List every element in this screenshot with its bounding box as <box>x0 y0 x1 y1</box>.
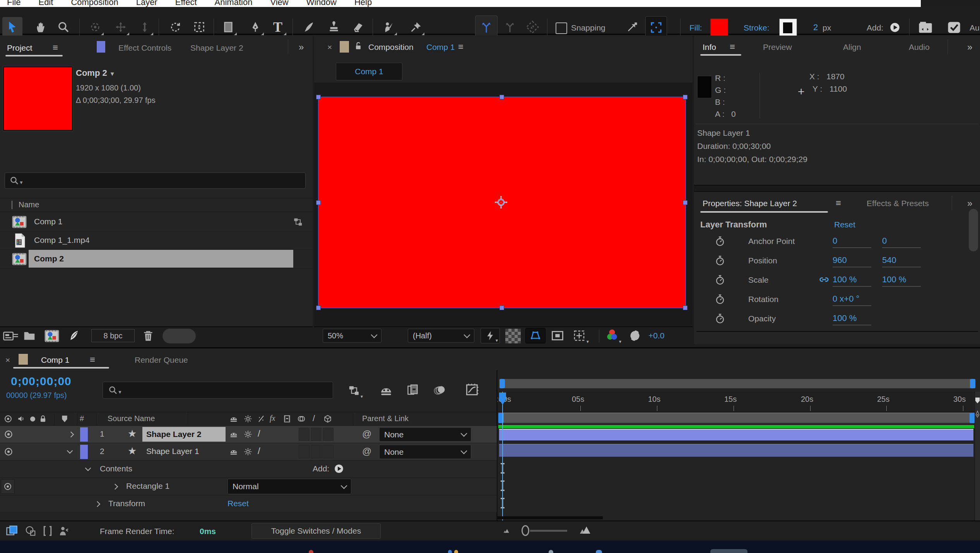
rectangle-group-row[interactable]: Rectangle 1 Normal <box>0 478 497 495</box>
collapse-contents-icon[interactable] <box>85 465 91 471</box>
unlock-icon[interactable] <box>354 41 363 51</box>
layer-name-selected[interactable]: Shape Layer 2 <box>142 427 226 442</box>
menu-view[interactable]: View <box>270 0 288 7</box>
effects-toggle-icon[interactable] <box>244 430 252 439</box>
layer-row-shape-layer-2[interactable]: 1 ★ Shape Layer 2 / @ None <box>0 426 497 443</box>
property-value-x[interactable]: 0 <box>833 236 871 248</box>
property-value-x[interactable]: 960 <box>833 255 871 267</box>
property-value-x[interactable]: 100 % <box>833 275 871 287</box>
switch-cell[interactable] <box>323 445 334 458</box>
eye-toggle-icon[interactable] <box>4 447 13 456</box>
tab-render-queue[interactable]: Render Queue <box>135 355 188 365</box>
name-column-header[interactable]: Name <box>19 200 39 209</box>
zoom-out-mountain-icon[interactable] <box>503 528 510 533</box>
expand-layer-icon[interactable] <box>68 432 74 438</box>
fill-label[interactable]: Fill: <box>689 23 702 32</box>
parent-dropdown[interactable]: None <box>379 445 471 459</box>
trash-icon[interactable] <box>142 329 154 342</box>
pan-camera-tool-button[interactable] <box>111 17 131 37</box>
view-options-button[interactable]: ▼ <box>573 329 586 342</box>
selection-handle[interactable] <box>316 95 321 99</box>
property-value[interactable]: 100 % <box>833 313 871 325</box>
rectangle-tool-button[interactable] <box>218 17 238 37</box>
switch-cell[interactable] <box>323 428 334 441</box>
region-of-interest-tool-button[interactable] <box>189 17 209 37</box>
layer-name[interactable]: Shape Layer 1 <box>146 447 199 456</box>
effects-toggle-icon[interactable] <box>244 447 252 456</box>
expand-transform-icon[interactable] <box>94 501 101 507</box>
tab-align[interactable]: Align <box>843 43 861 52</box>
hide-shy-layers-icon[interactable] <box>379 384 393 397</box>
work-area-bar[interactable] <box>498 413 975 423</box>
blend-mode-dropdown[interactable]: Normal <box>227 479 351 494</box>
parent-pickwhip-icon[interactable]: @ <box>362 446 371 457</box>
timeline-tab-comp1[interactable]: Comp 1 <box>41 355 70 365</box>
stroke-width-value[interactable]: 2 <box>813 22 818 32</box>
playhead-line[interactable] <box>502 392 503 522</box>
project-scrollbar-thumb[interactable] <box>162 329 196 343</box>
taskbar-app-icon[interactable] <box>309 550 313 553</box>
tab-info[interactable]: Info <box>703 43 716 52</box>
tab-effects-presets[interactable]: Effects & Presets <box>867 199 929 208</box>
menu-edit[interactable]: Edit <box>38 0 53 7</box>
resolution-dropdown[interactable]: (Half) <box>408 329 474 343</box>
tab-properties[interactable]: Properties: Shape Layer 2 <box>703 199 797 208</box>
shy-person-icon[interactable] <box>58 525 70 537</box>
contents-label[interactable]: Contents <box>100 464 132 473</box>
project-row-comp2-selected[interactable]: Comp 2 <box>0 250 313 268</box>
roto-brush-tool-button[interactable] <box>378 17 398 37</box>
project-preview-thumbnail[interactable] <box>3 67 73 131</box>
workspace-icon[interactable] <box>918 21 932 34</box>
work-area-end-handle[interactable] <box>970 413 975 423</box>
quality-toggle-icon[interactable]: / <box>258 428 260 439</box>
timeline-search-input[interactable]: ▼ <box>103 382 333 399</box>
comp-marker-icon[interactable] <box>975 397 980 404</box>
menu-animation[interactable]: Animation <box>215 0 253 7</box>
source-name-column-header[interactable]: Source Name <box>108 414 155 423</box>
selection-handle[interactable] <box>499 95 504 99</box>
transform-reset-link[interactable]: Reset <box>834 220 855 229</box>
new-composition-icon[interactable] <box>44 329 60 343</box>
composition-panel-menu-icon[interactable]: ≡ <box>458 41 463 52</box>
puppet-pin-tool-button[interactable] <box>406 17 426 37</box>
timeline-zoom-track[interactable] <box>530 530 567 532</box>
time-ruler[interactable]: 0:00s 05s 10s 15s 20s 25s 30s <box>498 392 980 412</box>
search-dropdown-arrow-icon[interactable]: ▼ <box>19 180 24 185</box>
zoom-handle-left[interactable] <box>499 379 505 388</box>
comp-viewer-tab[interactable]: Comp 1 <box>336 63 402 80</box>
current-time-display[interactable]: 0;00;00;00 <box>11 375 72 388</box>
parent-pickwhip-icon[interactable]: @ <box>362 428 371 439</box>
selection-handle[interactable] <box>316 306 321 310</box>
transform-label[interactable]: Transform <box>108 499 145 508</box>
switch-cell[interactable] <box>311 428 322 441</box>
number-column-header[interactable]: # <box>80 414 84 423</box>
graph-editor-icon[interactable] <box>464 382 479 397</box>
stopwatch-icon[interactable] <box>715 236 725 247</box>
tab-audio[interactable]: Audio <box>909 43 930 52</box>
comp-viewer-area[interactable] <box>314 83 693 327</box>
selection-handle[interactable] <box>499 306 504 310</box>
project-panel-menu-icon[interactable]: ≡ <box>53 42 58 53</box>
selection-handle[interactable] <box>316 200 321 205</box>
stopwatch-icon[interactable] <box>715 294 725 305</box>
workspace-check-icon[interactable] <box>947 21 961 34</box>
tab-effect-controls[interactable]: Effect Controls <box>118 43 171 53</box>
layer-bar-shape-layer-1[interactable] <box>499 444 973 457</box>
menu-composition[interactable]: Composition <box>71 0 118 7</box>
transparency-grid-button[interactable] <box>505 329 521 343</box>
frame-blending-icon[interactable] <box>406 383 420 397</box>
eye-cell[interactable] <box>1 479 15 494</box>
fill-color-swatch[interactable] <box>710 19 728 38</box>
fast-preview-button[interactable]: ▼ <box>481 328 500 343</box>
transform-reset-link[interactable]: Reset <box>227 499 249 508</box>
zoom-tool-button[interactable] <box>53 17 74 37</box>
menu-help[interactable]: Help <box>354 0 372 7</box>
anchor-point-icon[interactable] <box>494 196 508 209</box>
timeline-tab-close[interactable]: × <box>5 355 10 365</box>
contents-group-row[interactable]: Contents Add: <box>0 461 497 478</box>
switch-cell[interactable] <box>311 445 322 458</box>
channel-select-button[interactable]: ▼ <box>605 328 619 342</box>
hand-tool-button[interactable] <box>31 17 51 37</box>
new-folder-icon[interactable] <box>23 329 36 342</box>
taskbar-app-icon[interactable] <box>596 550 602 553</box>
